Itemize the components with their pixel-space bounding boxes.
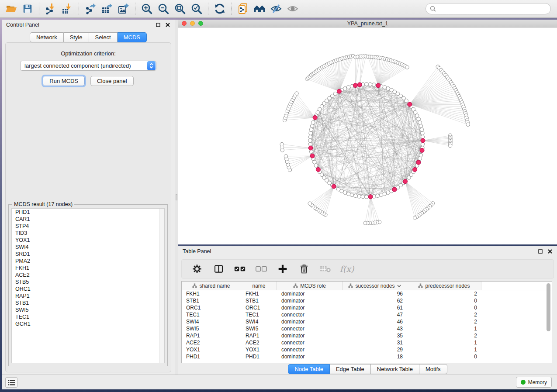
open-file-button[interactable] — [3, 1, 19, 17]
close-table-panel-button[interactable] — [547, 249, 553, 254]
table-row[interactable]: SWI5SWI5connector431 — [182, 325, 552, 332]
column-header-name[interactable]: name — [241, 282, 277, 290]
ring-node[interactable] — [415, 114, 419, 117]
ring-node[interactable] — [343, 191, 346, 194]
save-session-button[interactable] — [19, 1, 36, 17]
table-settings-button[interactable] — [190, 262, 204, 275]
mcds-result-item[interactable]: TEC1 — [12, 313, 164, 320]
ring-node[interactable] — [308, 135, 312, 138]
mcds-result-item[interactable]: GCR1 — [12, 320, 164, 327]
ring-node[interactable] — [310, 124, 314, 127]
add-column-button[interactable] — [276, 262, 289, 275]
close-panel-action-button[interactable]: Close panel — [90, 76, 134, 86]
mcds-result-item[interactable]: TID3 — [12, 230, 164, 237]
ring-node[interactable] — [421, 135, 425, 138]
hide-selected-button[interactable] — [268, 1, 284, 17]
zoom-in-button[interactable] — [138, 1, 155, 17]
table-row[interactable]: TEC1TEC1connector472 — [182, 311, 552, 318]
mcds-result-item[interactable]: ORC1 — [12, 285, 164, 292]
import-table-button[interactable] — [59, 1, 76, 17]
mcds-result-item[interactable]: SWI4 — [12, 244, 164, 251]
ring-node[interactable] — [419, 153, 422, 157]
satellite-node[interactable] — [466, 123, 470, 126]
tab-node-table[interactable]: Node Table — [288, 364, 330, 374]
delete-columns-button[interactable] — [298, 262, 311, 275]
ring-node[interactable] — [379, 193, 383, 196]
column-header-predecessor-nodes[interactable]: predecessor nodes — [407, 282, 481, 290]
ring-node[interactable] — [333, 92, 337, 96]
table-row[interactable]: RAP1RAP1dominator352 — [182, 332, 552, 339]
mcds-result-item[interactable]: PMA2 — [12, 258, 164, 265]
satellite-node[interactable] — [413, 216, 417, 220]
ring-node[interactable] — [361, 195, 364, 199]
mcds-result-item[interactable]: STP4 — [12, 223, 164, 230]
export-network-button[interactable] — [82, 1, 99, 17]
tab-network[interactable]: Network — [30, 32, 64, 42]
show-log-button[interactable] — [5, 377, 17, 388]
list-scrollbar[interactable] — [159, 209, 164, 363]
table-row[interactable]: YOX1YOX1connector291 — [182, 346, 552, 353]
ring-node[interactable] — [421, 131, 424, 135]
ring-node[interactable] — [376, 194, 379, 197]
mcds-hub-node[interactable] — [420, 148, 424, 152]
new-network-from-selection-button[interactable] — [235, 1, 251, 17]
ring-node[interactable] — [346, 192, 350, 196]
satellite-node[interactable] — [448, 144, 452, 148]
deselect-all-button[interactable] — [255, 262, 268, 275]
apply-layout-button[interactable] — [211, 1, 228, 17]
ring-node[interactable] — [417, 117, 420, 120]
ring-node[interactable] — [407, 176, 411, 179]
ring-node[interactable] — [419, 124, 422, 127]
satellite-node[interactable] — [280, 142, 284, 146]
ring-node[interactable] — [368, 83, 372, 86]
tab-select[interactable]: Select — [89, 32, 118, 42]
export-image-button[interactable] — [115, 1, 132, 17]
mcds-result-item[interactable]: SWI5 — [12, 306, 164, 313]
table-row[interactable]: STB1STB1dominator620 — [182, 297, 552, 304]
mcds-hub-node[interactable] — [421, 138, 425, 143]
tab-mcds[interactable]: MCDS — [118, 32, 147, 42]
mcds-hub-node[interactable] — [368, 195, 373, 199]
mcds-hub-node[interactable] — [357, 83, 362, 87]
ring-node[interactable] — [308, 142, 312, 146]
ring-node[interactable] — [311, 120, 315, 124]
ring-node[interactable] — [386, 87, 390, 90]
mcds-hub-node[interactable] — [376, 83, 381, 88]
run-mcds-button[interactable]: Run MCDS — [43, 76, 85, 86]
ring-node[interactable] — [314, 164, 318, 167]
ring-node[interactable] — [313, 160, 316, 164]
column-header-shared-name[interactable]: shared name — [182, 282, 241, 290]
mcds-hub-node[interactable] — [313, 116, 317, 120]
satellite-node[interactable] — [284, 155, 287, 158]
binoculars-button[interactable] — [251, 1, 268, 17]
ring-node[interactable] — [383, 86, 386, 89]
ring-node[interactable] — [354, 194, 357, 197]
ring-node[interactable] — [308, 139, 312, 142]
delete-table-button[interactable] — [319, 262, 332, 275]
vertical-splitter[interactable] — [175, 20, 178, 375]
ring-node[interactable] — [418, 157, 422, 160]
ring-node[interactable] — [357, 195, 361, 198]
export-table-button[interactable] — [99, 1, 115, 17]
satellite-node[interactable] — [363, 221, 367, 225]
zoom-selected-button[interactable] — [188, 1, 205, 17]
satellite-node[interactable] — [308, 202, 311, 205]
ring-node[interactable] — [346, 86, 350, 89]
mcds-result-item[interactable]: CAR1 — [12, 216, 164, 223]
table-row[interactable]: PHD1PHD1dominator180 — [182, 353, 552, 360]
ring-node[interactable] — [309, 128, 313, 131]
ring-node[interactable] — [365, 195, 368, 199]
satellite-node[interactable] — [295, 92, 298, 95]
ring-node[interactable] — [309, 131, 312, 135]
ring-node[interactable] — [420, 128, 423, 131]
close-panel-button[interactable] — [165, 22, 170, 28]
show-column-button[interactable] — [212, 262, 225, 275]
select-all-button[interactable] — [233, 262, 246, 275]
memory-button[interactable]: Memory — [516, 377, 552, 388]
table-row[interactable]: ACE2ACE2connector311 — [182, 339, 552, 346]
mcds-result-item[interactable]: PHD1 — [12, 209, 164, 216]
mcds-result-item[interactable]: ACE2 — [12, 272, 164, 279]
float-panel-button[interactable] — [156, 22, 161, 28]
table-row[interactable]: SWI4SWI4dominator462 — [182, 318, 552, 325]
mcds-result-item[interactable]: RAP1 — [12, 292, 164, 299]
